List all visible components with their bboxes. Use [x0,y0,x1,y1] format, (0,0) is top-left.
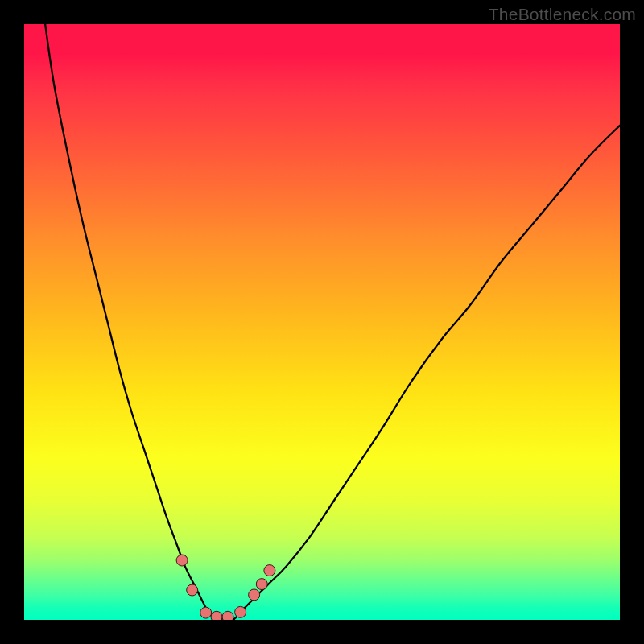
marker-p5 [222,611,233,620]
plot-area [24,24,620,620]
marker-p4 [211,611,222,620]
marker-p1 [176,555,188,566]
marker-p6 [235,606,246,617]
curve-layer [24,24,620,620]
series-right-curve [238,126,620,614]
chart-frame: TheBottleneck.com [0,0,644,644]
marker-p3 [200,607,212,618]
marker-p7 [249,589,260,601]
marker-p2 [187,584,198,596]
watermark-text: TheBottleneck.com [489,5,636,24]
marker-p9 [264,565,275,576]
series-left-curve [42,24,208,614]
marker-p8 [256,579,267,590]
